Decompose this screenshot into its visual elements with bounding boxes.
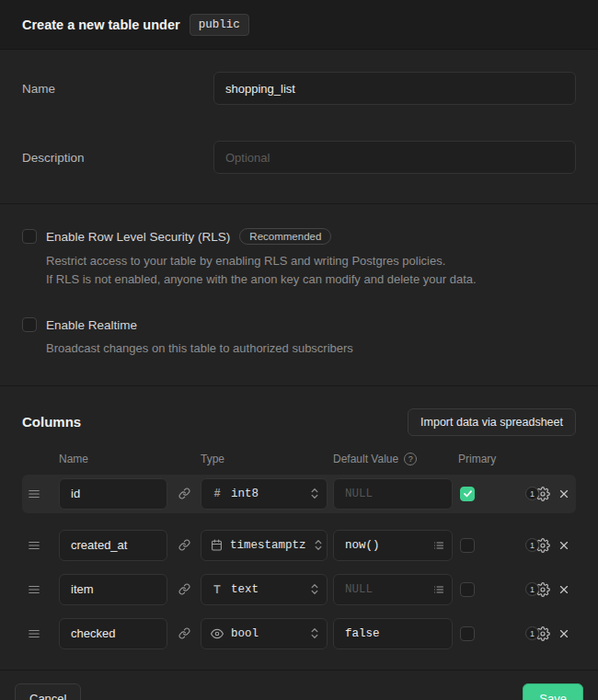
default-suggestions-button[interactable] — [430, 535, 448, 556]
column-name-input[interactable] — [59, 530, 167, 561]
drag-handle-icon[interactable] — [28, 488, 53, 500]
column-settings-button[interactable]: 1 — [525, 626, 550, 641]
name-label: Name — [22, 82, 213, 96]
default-value-field — [333, 478, 453, 510]
table-description-input[interactable] — [213, 141, 576, 174]
chevron-updown-icon — [310, 582, 319, 596]
foreign-key-link-button[interactable] — [173, 478, 195, 510]
recommended-badge: Recommended — [239, 228, 331, 245]
rls-description: Restrict access to your table by enablin… — [46, 252, 576, 288]
remove-column-button[interactable] — [558, 627, 570, 640]
remove-column-button[interactable] — [558, 583, 570, 596]
column-header-primary: Primary — [458, 453, 512, 465]
remove-column-button[interactable] — [558, 488, 570, 500]
list-icon — [433, 540, 444, 551]
column-header-default-label: Default Value — [333, 453, 398, 465]
settings-count-badge: 1 — [525, 582, 539, 596]
link-icon — [178, 488, 190, 499]
column-name-input[interactable] — [59, 478, 167, 510]
description-row: Description — [22, 141, 576, 174]
rls-checkbox[interactable] — [22, 229, 37, 244]
column-type-select[interactable]: bool — [201, 618, 328, 649]
chevron-updown-icon — [310, 626, 319, 640]
column-row-checked: bool 1 — [22, 614, 576, 653]
name-row: Name — [22, 72, 576, 105]
column-type-label: text — [231, 583, 303, 596]
drag-handle-icon[interactable] — [28, 539, 53, 552]
default-value-input[interactable] — [333, 478, 453, 510]
list-icon — [433, 584, 444, 595]
column-row-created-at: timestamptz 1 — [22, 526, 576, 565]
default-suggestions-button[interactable] — [430, 580, 448, 600]
column-name-input[interactable] — [59, 618, 167, 649]
default-value-field — [333, 574, 453, 605]
import-spreadsheet-button[interactable]: Import data via spreadsheet — [408, 408, 576, 436]
close-icon — [558, 539, 570, 552]
column-type-select[interactable]: T text — [201, 574, 328, 605]
table-name-input[interactable] — [213, 72, 576, 105]
primary-checkbox[interactable] — [460, 487, 475, 501]
primary-checkbox[interactable] — [460, 626, 475, 641]
realtime-checkbox[interactable] — [22, 317, 37, 332]
close-icon — [558, 583, 570, 596]
column-settings-button[interactable]: 1 — [525, 582, 550, 597]
column-name-input[interactable] — [59, 574, 167, 605]
chevron-updown-icon — [314, 538, 323, 552]
close-icon — [558, 488, 570, 500]
realtime-description: Broadcast changes on this table to autho… — [46, 339, 576, 358]
check-icon — [463, 488, 473, 499]
settings-count-badge: 1 — [525, 538, 539, 552]
column-type-select[interactable]: # int8 — [201, 478, 328, 510]
rls-option: Enable Row Level Security (RLS) Recommen… — [22, 228, 576, 288]
column-header-type: Type — [201, 453, 328, 465]
foreign-key-link-button[interactable] — [173, 574, 195, 605]
column-settings-button[interactable]: 1 — [525, 538, 550, 553]
remove-column-button[interactable] — [558, 539, 570, 552]
calendar-icon — [211, 539, 223, 551]
primary-checkbox[interactable] — [460, 582, 475, 597]
close-icon — [558, 627, 570, 640]
column-type-label: timestamptz — [230, 539, 306, 552]
settings-count-badge: 1 — [525, 487, 539, 500]
default-value-field — [333, 618, 453, 649]
columns-title: Columns — [22, 414, 81, 430]
help-icon[interactable]: ? — [404, 453, 417, 465]
settings-count-badge: 1 — [525, 626, 539, 640]
dialog-header: Create a new table under public — [0, 0, 598, 50]
rls-description-line1: Restrict access to your table by enablin… — [46, 252, 576, 270]
column-header-name: Name — [59, 453, 167, 465]
default-value-input[interactable] — [333, 618, 453, 649]
realtime-label: Enable Realtime — [46, 318, 137, 332]
hash-icon: # — [211, 488, 224, 500]
link-icon — [178, 583, 190, 595]
chevron-updown-icon — [310, 487, 319, 500]
dialog-title: Create a new table under — [22, 17, 180, 32]
bool-eye-icon — [211, 627, 224, 640]
columns-section: Columns Import data via spreadsheet Name… — [0, 385, 598, 670]
realtime-option: Enable Realtime Broadcast changes on thi… — [22, 317, 576, 358]
column-type-select[interactable]: timestamptz — [201, 530, 328, 561]
cancel-button[interactable]: Cancel — [15, 683, 81, 700]
table-details-section: Name Description — [0, 50, 598, 203]
schema-badge: public — [190, 14, 249, 36]
foreign-key-link-button[interactable] — [173, 618, 195, 649]
columns-header-row: Name Type Default Value ? Primary — [22, 453, 576, 465]
create-table-dialog: Create a new table under public Name Des… — [0, 0, 598, 700]
link-icon — [178, 627, 190, 639]
column-type-label: int8 — [231, 488, 303, 500]
column-row-item: T text 1 — [22, 570, 576, 609]
drag-handle-icon[interactable] — [28, 583, 53, 596]
column-header-default: Default Value ? — [333, 453, 453, 465]
dialog-footer: Cancel Save — [0, 670, 598, 700]
save-button[interactable]: Save — [523, 683, 583, 700]
primary-checkbox[interactable] — [460, 538, 475, 553]
foreign-key-link-button[interactable] — [173, 530, 195, 561]
text-type-icon: T — [211, 583, 224, 596]
column-settings-button[interactable]: 1 — [525, 487, 550, 501]
link-icon — [178, 539, 190, 551]
rls-description-line2: If RLS is not enabled, anyone with the a… — [46, 270, 576, 289]
rls-label: Enable Row Level Security (RLS) — [46, 230, 230, 244]
drag-handle-icon[interactable] — [28, 627, 53, 640]
description-label: Description — [22, 151, 213, 165]
table-options-section: Enable Row Level Security (RLS) Recommen… — [0, 203, 598, 385]
